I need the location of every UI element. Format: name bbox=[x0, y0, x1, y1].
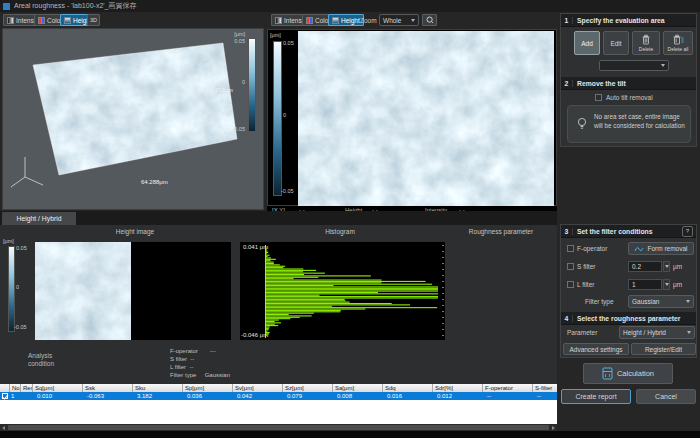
app-icon bbox=[3, 3, 10, 10]
hint-text: No area set case, entire image will be c… bbox=[594, 113, 686, 131]
height-image-canvas[interactable] bbox=[35, 242, 231, 340]
auto-tilt-label: Auto tilt removal bbox=[606, 94, 653, 101]
chevron-down-icon bbox=[411, 19, 415, 22]
s-filter-label: S filter bbox=[577, 263, 595, 270]
scroll-right-button[interactable] bbox=[550, 424, 557, 431]
hint-box: No area set case, entire image will be c… bbox=[567, 105, 691, 143]
create-report-button[interactable]: Create report bbox=[561, 389, 631, 404]
add-area-button[interactable]: Add bbox=[574, 31, 600, 55]
section2-title: Remove the tilt bbox=[573, 80, 626, 87]
window-bottom-edge bbox=[0, 431, 700, 438]
auto-tilt-checkbox[interactable] bbox=[595, 94, 602, 101]
histogram-canvas[interactable]: 0.041 μm -0.046 μm bbox=[240, 242, 445, 340]
height-button-2d[interactable]: Height bbox=[328, 14, 364, 26]
mini-colorbar-min: -0.05 bbox=[14, 324, 27, 330]
view-3d-button[interactable]: 3D bbox=[87, 14, 100, 26]
cancel-button[interactable]: Cancel bbox=[636, 389, 696, 404]
colorbar3d-unit: [μm] bbox=[227, 31, 245, 37]
colorbar2d-min: -0.05 bbox=[281, 188, 294, 194]
l-filter-input[interactable]: 1 bbox=[628, 279, 662, 290]
delete-area-button[interactable]: Delete bbox=[632, 31, 660, 55]
colorbar3d-max: 0.05 bbox=[227, 38, 245, 44]
section3-title: Set the filter conditions bbox=[573, 228, 682, 235]
parameter-select[interactable]: Height / Hybrid bbox=[619, 326, 695, 339]
calculator-icon bbox=[602, 367, 613, 380]
delete-all-areas-button[interactable]: Delete all bbox=[663, 31, 693, 55]
horizontal-scrollbar[interactable] bbox=[0, 424, 557, 431]
f-operator-checkbox[interactable] bbox=[567, 245, 574, 252]
zoom-label: Zoom bbox=[360, 17, 377, 24]
height-icon bbox=[64, 17, 71, 24]
area-select[interactable] bbox=[599, 60, 669, 71]
colorbar2d-mid: 0 bbox=[283, 112, 286, 118]
advanced-settings-button[interactable]: Advanced settings bbox=[563, 343, 629, 355]
magnifier-button[interactable] bbox=[422, 14, 437, 26]
3d-icon: 3D bbox=[90, 17, 97, 23]
axis-triad-icon bbox=[11, 157, 43, 187]
zoom-select[interactable]: Whole bbox=[379, 14, 419, 26]
2d-view-canvas[interactable]: [μm] 0.05 0 -0.05 bbox=[267, 29, 557, 206]
app-window: Areal roughness - 'lab100-x2'_画質保存 Inten… bbox=[0, 0, 700, 438]
surface-dim-right: 64.353μm bbox=[206, 87, 233, 93]
analysis-condition-label: Analysis condition bbox=[28, 352, 70, 369]
tab-strip: Height / Hybrid bbox=[0, 211, 557, 225]
analysis-row-value: -- bbox=[190, 356, 194, 362]
l-filter-unit: μm bbox=[673, 281, 682, 288]
section2-header: 2 Remove the tilt bbox=[561, 77, 696, 90]
s-filter-checkbox[interactable] bbox=[567, 263, 574, 270]
scrollbar-thumb[interactable] bbox=[8, 425, 549, 430]
height-icon bbox=[332, 17, 339, 24]
section4-title: Select the roughness parameter bbox=[573, 315, 681, 322]
help-button[interactable]: ? bbox=[682, 226, 693, 237]
l-filter-checkbox[interactable] bbox=[567, 281, 574, 288]
arrow-right-icon bbox=[552, 426, 555, 430]
calculation-button[interactable]: Calculation bbox=[583, 363, 673, 384]
table-header: No. Result Sq[μm] Ssk Sku Sp[μm] Sv[μm] … bbox=[0, 384, 557, 392]
bottom-panel: Height image Histogram Roughness paramet… bbox=[0, 225, 557, 384]
l-filter-spinner[interactable] bbox=[663, 279, 670, 290]
mini-colorbar-unit: [μm] bbox=[3, 238, 14, 244]
table-row[interactable]: 1 0.010 -0.063 3.182 0.036 0.042 0.079 0… bbox=[0, 392, 557, 400]
s-filter-input[interactable]: 0.2 bbox=[628, 261, 662, 272]
card-steps-3-4: 3 Set the filter conditions ? F-operator… bbox=[560, 224, 697, 358]
card-steps-1-2: 1 Specify the evaluation area Add Edit D… bbox=[560, 13, 697, 147]
row-checkbox[interactable] bbox=[2, 393, 8, 399]
scroll-left-button[interactable] bbox=[0, 424, 7, 431]
parameter-label: Parameter bbox=[567, 329, 597, 336]
section3-header: 3 Set the filter conditions ? bbox=[561, 225, 696, 238]
chevron-down-icon bbox=[665, 283, 669, 286]
intensity-icon bbox=[7, 17, 14, 24]
height-map-image bbox=[298, 31, 554, 206]
form-removal-icon bbox=[634, 245, 644, 253]
analysis-row-value: -- bbox=[189, 364, 193, 370]
filter-type-label: Filter type bbox=[585, 298, 614, 305]
lightbulb-icon bbox=[576, 117, 588, 132]
register-edit-button[interactable]: Register/Edit bbox=[631, 343, 696, 355]
height-image-title: Height image bbox=[60, 228, 210, 235]
histogram-plot bbox=[265, 245, 445, 338]
mini-colorbar-mid: 0 bbox=[16, 284, 19, 290]
intensity-icon bbox=[275, 17, 282, 24]
form-removal-button[interactable]: Form removal bbox=[628, 242, 694, 255]
window-title: Areal roughness - 'lab100-x2'_画質保存 bbox=[14, 1, 137, 11]
l-filter-label: L filter bbox=[577, 281, 594, 288]
chevron-down-icon bbox=[665, 265, 669, 268]
histogram-title: Histogram bbox=[280, 228, 400, 235]
tab-height-hybrid[interactable]: Height / Hybrid bbox=[2, 212, 76, 225]
arrow-left-icon bbox=[2, 426, 5, 430]
row-no: 1 bbox=[10, 392, 21, 400]
filter-type-select[interactable]: Gaussian bbox=[628, 295, 694, 308]
colorbar2d-max: 0.05 bbox=[283, 40, 294, 46]
color-icon bbox=[38, 17, 45, 24]
height-image-thumb bbox=[35, 242, 131, 340]
magnifier-icon bbox=[426, 16, 433, 25]
s-filter-unit: μm bbox=[673, 263, 682, 270]
analysis-row-name: L filter bbox=[170, 364, 186, 370]
3d-view-canvas[interactable]: 64.353μm 64.288μm [μm] 0.05 0 -0.05 bbox=[2, 28, 264, 210]
colorbar2d bbox=[273, 41, 282, 196]
s-filter-spinner[interactable] bbox=[663, 261, 670, 272]
colorbar2d-unit: [μm] bbox=[270, 32, 281, 38]
analysis-row-name: S filter bbox=[170, 356, 187, 362]
edit-area-button[interactable]: Edit bbox=[603, 31, 629, 55]
roughness-title: Roughness parameter bbox=[440, 228, 562, 235]
